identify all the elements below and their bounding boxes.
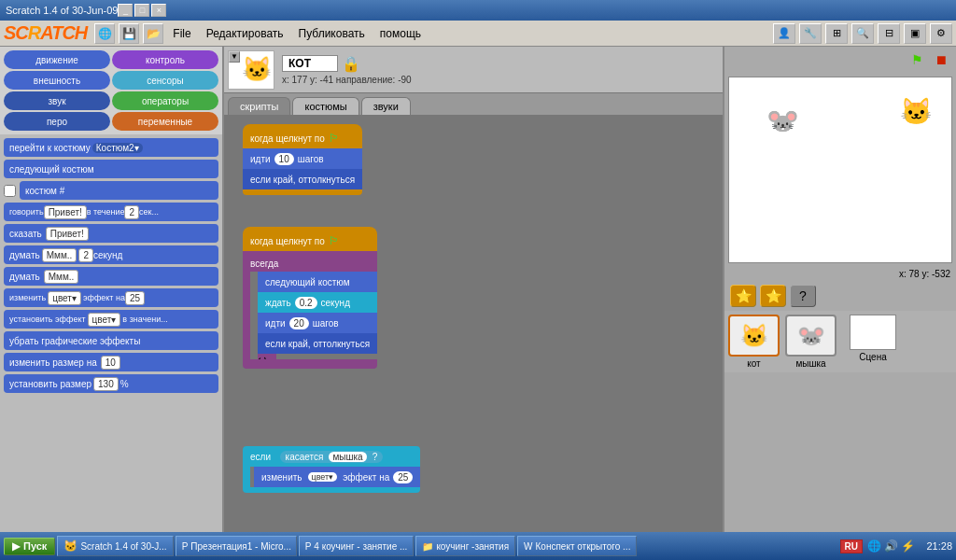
minimize-button[interactable]: _ [118, 4, 133, 17]
scene-thumb-box[interactable] [850, 315, 896, 350]
block-set-effect[interactable]: установить эффект цвет▾ в значени... [4, 310, 218, 329]
block-set-size[interactable]: установить размер 130 % [4, 374, 218, 393]
block-costume-num[interactable]: костюм # [20, 181, 218, 200]
close-button[interactable]: × [151, 4, 166, 17]
block-move-10[interactable]: идти 10 шагов [243, 148, 362, 169]
taskbar-word[interactable]: W Конспект открытого ... [517, 536, 637, 556]
block-change-color-effect[interactable]: изменить цвет▾ эффект на 25 [254, 467, 420, 487]
script-group-3: если касается мышка ? изменить цвет▾ эфф… [243, 446, 420, 493]
block-change-effect[interactable]: изменить цвет▾ эффект на 25 [4, 288, 218, 307]
sprite-name-row: КОТ 🔒 [282, 55, 412, 73]
sprite-header: ▲ + ▼ 🐱 КОТ 🔒 x: 177 y: -41 направление:… [224, 47, 723, 93]
sprite-nav-down[interactable]: ▼ [229, 51, 240, 63]
maximize-button[interactable]: □ [134, 4, 149, 17]
sprite-item-mouse[interactable]: 🐭 мышка [785, 315, 836, 369]
grid-icon[interactable]: ⊟ [878, 23, 900, 44]
if-end [243, 487, 420, 493]
block-wait[interactable]: ждать 0.2 секунд [258, 292, 377, 313]
cat-thumb-box[interactable]: 🐱 [728, 315, 780, 357]
cat-movement[interactable]: движение [4, 50, 110, 69]
tab-sounds[interactable]: звуки [361, 97, 411, 115]
block-forever[interactable]: всегда [243, 251, 377, 272]
sprite-name[interactable]: КОТ [282, 55, 338, 72]
taskbar-scratch[interactable]: 🐱 Scratch 1.4 of 30-J... [57, 536, 173, 556]
menu-edit[interactable]: Редактировать [199, 25, 291, 42]
scene-label: Сцена [859, 352, 886, 362]
forever-end [243, 359, 377, 369]
taskbar-coaching2[interactable]: 📁 коучинг -занятия [415, 536, 515, 556]
person-icon[interactable]: 👤 [773, 23, 795, 44]
menu-publish[interactable]: Публиковать [291, 25, 373, 42]
block-change-size[interactable]: изменить размер на 10 [4, 353, 218, 371]
block-when-flag-2[interactable]: когда щелкнут по 🏳 [243, 227, 377, 251]
star-tool-1[interactable]: ⭐ [730, 285, 756, 307]
block-think-for[interactable]: думать Ммм.. 2 секунд [4, 245, 218, 264]
block-think[interactable]: думать Ммм.. [4, 267, 218, 286]
taskbar-presentation[interactable]: P Презентация1 - Micro... [176, 536, 297, 556]
zoom-fit-icon[interactable]: ⊞ [825, 23, 848, 44]
cat-appearance[interactable]: внешность [4, 71, 110, 90]
lock-icon[interactable]: 🔒 [342, 55, 360, 73]
tray-icons: 🌐 🔊 ⚡ [866, 539, 915, 553]
stop-button[interactable]: ⏹ [932, 50, 950, 69]
app-logo: SCRATCH [4, 22, 87, 44]
menu-file[interactable]: File [165, 25, 198, 42]
block-say[interactable]: сказать Привет! [4, 224, 218, 243]
star-tool-2[interactable]: ⭐ [760, 285, 786, 307]
mouse-thumb-box[interactable]: 🐭 [785, 315, 836, 357]
menu-help[interactable]: помощь [373, 25, 429, 42]
stage-run-controls: ⚑ ⏹ [724, 47, 956, 73]
cat-variables[interactable]: переменные [112, 112, 218, 131]
block-if-edge-2[interactable]: если край, оттолкнуться [258, 333, 377, 354]
sprite-item-cat[interactable]: 🐱 кот [728, 315, 780, 369]
cat-sensors[interactable]: сенсоры [112, 71, 218, 90]
sprite-coords: x: 177 y: -41 направление: -90 [282, 75, 412, 85]
script-group-1: когда щелкнут по 🏳 идти 10 шагов если кр… [243, 124, 362, 195]
main-layout: движение контроль внешность сенсоры звук… [0, 47, 956, 532]
mouse-sprite: 🐭 [766, 105, 799, 136]
open-icon[interactable]: 📂 [143, 23, 163, 44]
sprite-thumbnail: ▲ + ▼ 🐱 [228, 50, 274, 90]
block-move-20[interactable]: идти 20 шагов [258, 313, 377, 333]
question-tool[interactable]: ? [790, 285, 816, 307]
start-button[interactable]: ▶ Пуск [4, 538, 55, 555]
tab-scripts[interactable]: скрипты [228, 97, 290, 115]
cat-operators[interactable]: операторы [112, 91, 218, 110]
taskbar-right: RU 🌐 🔊 ⚡ 21:28 [840, 539, 952, 553]
block-next-costume[interactable]: следующий костюм [4, 160, 218, 178]
sprite-thumbnails: 🐱 кот 🐭 мышка Сцена [724, 311, 956, 372]
cat-sound[interactable]: звук [4, 91, 110, 110]
zoom-in-icon[interactable]: 🔍 [851, 23, 874, 44]
block-when-flag-1[interactable]: когда щелкнут по 🏳 [243, 124, 362, 148]
taskbar: ▶ Пуск 🐱 Scratch 1.4 of 30-J... P Презен… [0, 532, 956, 560]
taskbar-coaching1[interactable]: P 4 коучинг - занятие ... [299, 536, 415, 556]
if-body: изменить цвет▾ эффект на 25 [243, 467, 420, 487]
cat-pen[interactable]: перо [4, 112, 110, 131]
blocks-list: перейти к костюму Костюм2▾ следующий кос… [0, 134, 222, 532]
cat-sprite: 🐱 [900, 96, 933, 127]
green-flag-button[interactable]: ⚑ [907, 50, 926, 69]
block-goto-costume[interactable]: перейти к костюму Костюм2▾ [4, 138, 218, 157]
settings-icon[interactable]: ⚙ [930, 23, 952, 44]
block-if-touching[interactable]: если касается мышка ? [243, 446, 420, 467]
script-area[interactable]: когда щелкнут по 🏳 идти 10 шагов если кр… [224, 115, 723, 532]
script-group-2: когда щелкнут по 🏳 всегда следующий кост… [243, 227, 377, 369]
costume-checkbox[interactable] [4, 185, 16, 197]
save-icon[interactable]: 💾 [119, 23, 139, 44]
stage-display: 🐭 🐱 [728, 77, 952, 263]
cat-control[interactable]: контроль [112, 50, 218, 69]
tool1-icon[interactable]: 🔧 [799, 23, 822, 44]
block-if-edge-1[interactable]: если край, оттолкнуться [243, 169, 362, 189]
block-clear-effects[interactable]: убрать графические эффекты [4, 331, 218, 350]
tab-costumes[interactable]: костюмы [292, 97, 358, 115]
language-indicator[interactable]: RU [840, 539, 863, 553]
block-end-1 [243, 189, 362, 195]
block-next-costume-2[interactable]: следующий костюм [258, 272, 377, 292]
sprite-tools: ⭐ ⭐ ? [724, 281, 956, 311]
touching-condition[interactable]: касается мышка ? [280, 451, 384, 463]
blocks-panel: движение контроль внешность сенсоры звук… [0, 47, 224, 532]
globe-icon[interactable]: 🌐 [94, 23, 115, 44]
block-say-for[interactable]: говорить Привет! в течение 2 сек... [4, 203, 218, 221]
scene-thumbnail[interactable]: Сцена [850, 315, 896, 369]
layout-icon[interactable]: ▣ [904, 23, 926, 44]
